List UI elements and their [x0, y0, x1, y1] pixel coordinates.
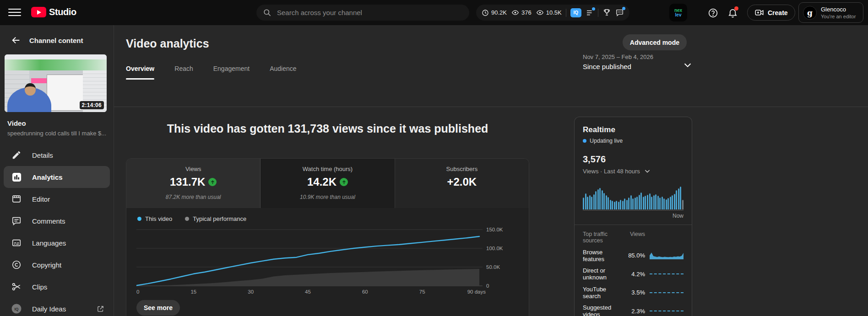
vidiq-circle-icon: IQ [11, 303, 22, 314]
realtime-card: Realtime Updating live 3,576 Views · Las… [574, 117, 692, 316]
date-range-picker[interactable]: Nov 7, 2025 – Feb 4, 2026 Since publishe… [583, 54, 693, 70]
svg-text:0: 0 [136, 289, 139, 295]
sidebar-item-clips[interactable]: Clips [0, 276, 114, 298]
studio-wordmark: Studio [49, 7, 76, 17]
chat-bubble-icon[interactable] [615, 8, 624, 17]
vidiq-list-icon[interactable] [586, 9, 594, 17]
notification-dot [622, 7, 625, 10]
video-thumbnail[interactable]: 2:14:06 [5, 54, 107, 112]
divider [566, 9, 566, 17]
realtime-bar [639, 195, 640, 209]
sidebar-nav: DetailsAnalyticsEditorCommentsLanguagesC… [0, 144, 114, 316]
sidebar-item-details[interactable]: Details [0, 144, 114, 166]
date-mode-text: Since published [583, 63, 693, 70]
trend-up-icon [340, 178, 348, 186]
realtime-bar [632, 198, 634, 209]
search-icon [263, 8, 271, 17]
metric-views[interactable]: Views131.7K87.2K more than usual [126, 159, 260, 208]
traffic-sources-table: Browse features85.0%Direct or unknown4.2… [583, 249, 684, 316]
traffic-sparkline [650, 292, 684, 293]
sidebar-item-label: Editor [32, 195, 50, 203]
live-dot-icon [583, 139, 586, 143]
vidiq-badge-icon[interactable]: IQ [570, 8, 581, 17]
search-input[interactable] [277, 9, 463, 16]
realtime-bar [645, 196, 646, 209]
create-button[interactable]: Create [747, 5, 795, 21]
traffic-source-percent: 85.0% [623, 252, 645, 259]
back-arrow-icon[interactable] [11, 35, 21, 45]
youtube-studio-logo[interactable]: Studio [31, 7, 76, 17]
sidebar-item-languages[interactable]: Languages [0, 232, 114, 254]
realtime-bar [682, 200, 684, 209]
realtime-views-value: 3,576 [583, 154, 684, 165]
advanced-mode-button[interactable]: Advanced mode [623, 34, 687, 50]
realtime-bar [640, 193, 642, 209]
tab-overview[interactable]: Overview [126, 65, 154, 80]
realtime-bar [659, 198, 661, 209]
realtime-views-selector[interactable]: Views · Last 48 hours [583, 167, 684, 175]
extension-stat[interactable]: 10.5K [536, 9, 562, 16]
analytics-header: Video analytics OverviewReachEngagementA… [114, 25, 868, 107]
channel-search[interactable] [256, 5, 469, 21]
realtime-bar [593, 194, 595, 209]
svg-text:45: 45 [305, 289, 311, 295]
stat-value: 10.5K [546, 9, 562, 16]
account-name: Glencoco [821, 6, 856, 13]
create-label: Create [768, 9, 788, 16]
sidebar-item-comments[interactable]: Comments [0, 210, 114, 232]
traffic-source-label: Direct or unknown [583, 267, 623, 281]
metric-value: +2.0K [395, 176, 529, 188]
metric-label: Views [126, 166, 260, 172]
traffic-sparkline [650, 311, 684, 311]
traffic-source-row[interactable]: YouTube search3.5% [583, 286, 684, 300]
realtime-bar [670, 197, 671, 209]
see-more-button[interactable]: See more [136, 300, 180, 316]
help-icon[interactable] [706, 6, 719, 19]
realtime-bar [636, 197, 638, 209]
nexlev-extension-icon[interactable]: nexlev [669, 4, 687, 21]
account-chip[interactable]: g Glencoco You're an editor [798, 2, 863, 23]
tab-engagement[interactable]: Engagement [213, 65, 250, 80]
realtime-bar [662, 197, 663, 209]
chevron-down-icon [683, 60, 693, 70]
realtime-bar [628, 198, 629, 209]
traffic-source-row[interactable]: Suggested videos2.3% [583, 304, 684, 316]
sidebar-item-label: Copyright [32, 261, 61, 269]
traffic-sources-header: Top traffic sources [583, 231, 623, 244]
metric-subscribers[interactable]: Subscribers+2.0K [395, 159, 529, 208]
hamburger-menu-icon[interactable] [8, 6, 21, 19]
comment-icon [11, 215, 22, 226]
tab-reach[interactable]: Reach [174, 65, 193, 80]
realtime-bar [618, 202, 619, 209]
trophy-icon[interactable] [602, 8, 611, 17]
extension-stat[interactable]: 376 [511, 9, 532, 16]
realtime-bar [612, 201, 613, 209]
realtime-bar [653, 195, 655, 209]
views-headline: This video has gotten 131,738 views sinc… [126, 121, 529, 136]
traffic-sparkline [650, 270, 684, 278]
legend-item: This video [137, 215, 172, 222]
realtime-bar [587, 197, 588, 209]
extension-stat[interactable]: 90.2K [482, 9, 507, 16]
notification-dot [592, 7, 595, 11]
sidebar-item-analytics[interactable]: Analytics [4, 166, 110, 188]
realtime-bar [678, 188, 679, 209]
metric-value: 14.2K [260, 176, 394, 188]
divider [575, 225, 692, 225]
traffic-source-row[interactable]: Direct or unknown4.2% [583, 267, 684, 281]
main-panel: Video analytics OverviewReachEngagementA… [114, 25, 868, 316]
channel-content-label[interactable]: Channel content [29, 37, 83, 44]
metric-value: 131.7K [126, 176, 260, 188]
metric-label: Subscribers [395, 166, 529, 172]
sidebar-item-daily-ideas[interactable]: IQDaily Ideas [0, 298, 114, 316]
tab-audience[interactable]: Audience [270, 65, 296, 80]
notifications-bell-icon[interactable] [726, 6, 739, 19]
metric-watch-time-hours[interactable]: Watch time (hours)14.2K10.9K more than u… [260, 159, 395, 208]
sidebar-item-editor[interactable]: Editor [0, 188, 114, 210]
sidebar-item-copyright[interactable]: Copyright [0, 254, 114, 276]
account-role: You're an editor [821, 14, 856, 19]
pencil-icon [11, 150, 22, 161]
traffic-source-row[interactable]: Browse features85.0% [583, 249, 684, 262]
youtube-play-icon [31, 7, 46, 17]
realtime-bar [620, 200, 621, 209]
